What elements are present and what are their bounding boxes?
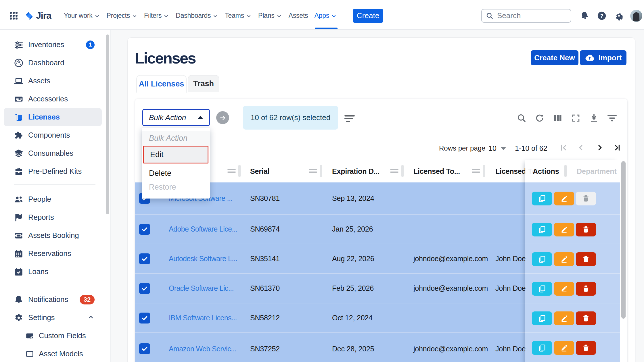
dropdown-option-delete[interactable]: Delete — [142, 166, 210, 181]
clone-button[interactable] — [532, 192, 552, 205]
bulk-action-select[interactable]: Bulk Action — [142, 109, 210, 126]
clone-button[interactable] — [532, 311, 552, 325]
sidebar-item-reservations[interactable]: Reservations — [0, 244, 110, 263]
row-checkbox[interactable] — [139, 283, 150, 294]
import-button[interactable]: Import — [580, 50, 626, 65]
notifications-icon[interactable] — [580, 11, 589, 21]
download-icon[interactable] — [585, 113, 603, 124]
column-drag-handle-icon[interactable] — [227, 169, 236, 174]
clone-button[interactable] — [532, 223, 552, 236]
tab-trash[interactable]: Trash — [188, 75, 219, 92]
nav-item-dashboards[interactable]: Dashboards — [172, 2, 222, 29]
column-resize-bar[interactable] — [483, 165, 485, 177]
sidebar-item-assets-booking[interactable]: Assets Booking — [0, 226, 110, 244]
chevron-up-icon[interactable] — [87, 313, 95, 322]
pencil-icon — [560, 284, 568, 293]
sidebar-item-consumables[interactable]: Consumables — [0, 144, 110, 162]
column-drag-handle-icon[interactable] — [390, 169, 398, 174]
previous-page-icon[interactable] — [576, 143, 586, 153]
nav-item-plans[interactable]: Plans — [255, 2, 285, 29]
nav-item-projects[interactable]: Projects — [103, 2, 141, 29]
delete-button[interactable] — [576, 223, 596, 236]
row-checkbox[interactable] — [139, 313, 150, 324]
dropdown-option-edit[interactable]: Edit — [143, 146, 208, 163]
nav-item-your-work[interactable]: Your work — [61, 2, 103, 29]
tab-all-licenses[interactable]: All Licenses — [136, 75, 187, 93]
nav-item-teams[interactable]: Teams — [222, 2, 255, 29]
clone-button[interactable] — [532, 252, 552, 266]
nav-item-filters[interactable]: Filters — [141, 2, 172, 29]
edit-button[interactable] — [554, 223, 574, 236]
row-actions — [525, 282, 620, 296]
sidebar-item-accessories[interactable]: Accessories — [0, 90, 110, 108]
sidebar-item-dashboard[interactable]: Dashboard — [0, 54, 110, 72]
delete-button[interactable] — [576, 311, 596, 325]
nav-item-label: Teams — [225, 12, 244, 20]
edit-button[interactable] — [554, 341, 574, 355]
last-page-icon[interactable] — [612, 143, 622, 153]
nav-item-assets[interactable]: Assets — [285, 2, 311, 29]
delete-button[interactable] — [576, 192, 596, 205]
rows-per-page-value[interactable]: 10 — [488, 144, 497, 153]
fullscreen-icon[interactable] — [567, 113, 585, 124]
table-search-icon[interactable] — [512, 113, 530, 124]
row-checkbox[interactable] — [139, 343, 150, 354]
view-columns-icon[interactable] — [549, 113, 567, 124]
column-header-serial[interactable]: Serial — [250, 160, 269, 182]
column-header-licensed-to-[interactable]: Licensed To... — [413, 160, 460, 182]
sort-lines-icon[interactable] — [344, 114, 356, 124]
license-name-link[interactable]: Amazon Web Servic... — [169, 345, 236, 353]
clone-button[interactable] — [532, 282, 552, 296]
app-switcher-icon[interactable] — [10, 12, 18, 20]
search-input[interactable]: Search — [481, 9, 571, 23]
sidebar-item-components[interactable]: Components — [0, 126, 110, 144]
sidebar-item-people[interactable]: People — [0, 190, 110, 208]
column-header-licensed-to-[interactable]: Licensed To... — [495, 160, 542, 182]
delete-button[interactable] — [576, 282, 596, 296]
sidebar-item-asset-models[interactable]: Asset Models — [0, 345, 110, 362]
help-icon[interactable]: ? — [597, 11, 607, 21]
create-new-button[interactable]: Create New — [531, 50, 578, 65]
row-checkbox[interactable] — [139, 224, 150, 235]
license-name-link[interactable]: Adobe Software Lice... — [169, 225, 237, 233]
column-resize-bar[interactable] — [320, 165, 322, 177]
sidebar-item-settings[interactable]: Settings — [0, 309, 110, 327]
create-button[interactable]: Create — [353, 9, 383, 23]
settings-gear-icon[interactable] — [614, 11, 624, 21]
column-resize-bar[interactable] — [238, 165, 241, 177]
column-drag-handle-icon[interactable] — [309, 169, 317, 174]
first-page-icon[interactable] — [559, 143, 569, 153]
license-name-link[interactable]: Oracle Software Lic... — [169, 284, 234, 292]
row-checkbox[interactable] — [139, 253, 150, 264]
chevron-down-icon[interactable] — [501, 147, 506, 150]
filter-icon[interactable] — [603, 113, 621, 124]
apply-bulk-action-button[interactable] — [216, 111, 229, 124]
column-resize-bar[interactable] — [401, 165, 404, 177]
refresh-icon[interactable] — [530, 113, 549, 124]
license-name-link[interactable]: IBM Software Licens... — [169, 314, 237, 322]
edit-button[interactable] — [554, 252, 574, 266]
delete-button[interactable] — [576, 341, 596, 355]
delete-button[interactable] — [576, 252, 596, 266]
sidebar-item-assets[interactable]: Assets — [0, 72, 110, 90]
sidebar-item-reports[interactable]: Reports — [0, 208, 110, 226]
sidebar-item-loans[interactable]: Loans — [0, 263, 110, 281]
nav-item-apps[interactable]: Apps — [311, 2, 340, 29]
sidebar-item-inventories[interactable]: Inventories1 — [0, 36, 110, 54]
sidebar-scrollbar[interactable] — [106, 34, 109, 214]
sidebar-item-pre-defined-kits[interactable]: Pre-Defined Kits — [0, 162, 110, 180]
edit-button[interactable] — [554, 282, 574, 296]
license-name-link[interactable]: Autodesk Software L... — [169, 255, 237, 263]
column-header-expiration-d-[interactable]: Expiration D... — [332, 160, 379, 182]
table-scrollbar[interactable] — [621, 161, 626, 319]
sidebar-item-custom-fields[interactable]: Custom Fields — [0, 327, 110, 345]
sidebar-item-licenses[interactable]: Licenses — [4, 108, 102, 126]
edit-button[interactable] — [554, 192, 574, 205]
jira-logo[interactable]: Jira — [24, 10, 51, 21]
edit-button[interactable] — [554, 311, 574, 325]
column-drag-handle-icon[interactable] — [472, 169, 480, 174]
user-avatar[interactable] — [630, 10, 642, 22]
next-page-icon[interactable] — [595, 143, 605, 153]
sidebar-item-notifications[interactable]: Notifications32 — [0, 290, 110, 309]
clone-button[interactable] — [532, 341, 552, 355]
